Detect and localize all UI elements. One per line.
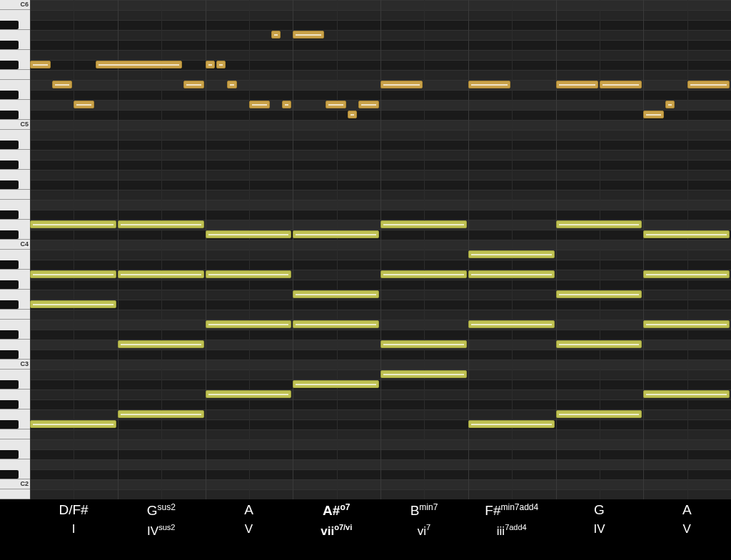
chord-name: A: [682, 502, 692, 517]
chord-name: A: [244, 502, 253, 517]
chord-note[interactable]: [118, 410, 204, 418]
chord-note[interactable]: [206, 390, 292, 398]
black-key[interactable]: [0, 21, 19, 29]
melody-note[interactable]: [206, 61, 215, 68]
black-key[interactable]: [0, 141, 19, 149]
chord-note[interactable]: [30, 420, 116, 428]
white-key[interactable]: [0, 70, 30, 80]
white-key[interactable]: [0, 120, 30, 130]
chord-note[interactable]: [468, 250, 555, 258]
chord-note[interactable]: [643, 320, 730, 328]
white-key[interactable]: [0, 0, 30, 10]
black-key[interactable]: [0, 91, 19, 99]
beat-line: [643, 0, 644, 499]
chord-note[interactable]: [206, 230, 292, 238]
melody-note[interactable]: [52, 81, 73, 88]
chord-label: A#o7viio7/vi: [293, 502, 380, 538]
melody-note[interactable]: [643, 111, 664, 118]
melody-note[interactable]: [348, 111, 357, 118]
subdivision-line: [600, 0, 600, 499]
roman-numeral: IV: [556, 522, 643, 536]
melody-note[interactable]: [468, 81, 510, 88]
chord-note[interactable]: [556, 410, 642, 418]
chord-note[interactable]: [118, 220, 204, 228]
black-key[interactable]: [0, 260, 19, 269]
chord-note[interactable]: [468, 420, 555, 428]
chord-note[interactable]: [118, 340, 204, 348]
chord-note[interactable]: [643, 270, 730, 278]
black-key[interactable]: [0, 300, 19, 309]
chord-note[interactable]: [643, 390, 730, 398]
black-key[interactable]: [0, 400, 19, 409]
black-key[interactable]: [0, 280, 19, 289]
black-key[interactable]: [0, 380, 19, 389]
melody-note[interactable]: [556, 81, 598, 88]
black-key[interactable]: [0, 420, 19, 429]
black-key[interactable]: [0, 180, 19, 189]
melody-note[interactable]: [665, 101, 675, 108]
melody-note[interactable]: [96, 61, 182, 68]
chord-note[interactable]: [30, 220, 116, 228]
melody-note[interactable]: [282, 101, 291, 108]
chord-note[interactable]: [556, 340, 642, 348]
black-key[interactable]: [0, 330, 19, 339]
chord-note[interactable]: [293, 380, 379, 388]
chord-name: A#: [323, 503, 340, 518]
melody-note[interactable]: [216, 61, 226, 68]
melody-note[interactable]: [30, 61, 51, 68]
chord-label-track: D/F#IGsus2IVsus2AVA#o7viio7/viBmin7vi7F#…: [30, 499, 731, 542]
piano-keyboard[interactable]: C6C5C4C3C2: [0, 0, 30, 499]
chord-note[interactable]: [468, 270, 555, 278]
melody-note[interactable]: [74, 101, 94, 108]
white-key[interactable]: [0, 240, 30, 250]
black-key[interactable]: [0, 450, 19, 459]
beat-line: [293, 0, 293, 499]
chord-note[interactable]: [30, 300, 116, 308]
white-key[interactable]: [0, 489, 30, 499]
black-key[interactable]: [0, 230, 19, 239]
chord-note[interactable]: [556, 290, 642, 298]
melody-note[interactable]: [600, 81, 642, 88]
subdivision-line: [249, 0, 250, 499]
chord-note[interactable]: [380, 370, 467, 378]
black-key[interactable]: [0, 41, 19, 49]
melody-note[interactable]: [227, 81, 236, 88]
melody-note[interactable]: [293, 31, 324, 39]
black-key[interactable]: [0, 470, 19, 479]
melody-note[interactable]: [380, 81, 423, 88]
chord-note[interactable]: [380, 340, 467, 348]
white-key[interactable]: [0, 360, 30, 370]
white-key[interactable]: [0, 310, 30, 320]
melody-note[interactable]: [183, 81, 204, 88]
melody-note[interactable]: [326, 101, 346, 108]
beat-line: [118, 0, 119, 499]
melody-note[interactable]: [271, 31, 281, 39]
chord-note[interactable]: [293, 230, 379, 238]
chord-note[interactable]: [380, 220, 467, 228]
chord-note[interactable]: [293, 320, 379, 328]
white-key[interactable]: [0, 190, 30, 200]
chord-note[interactable]: [293, 290, 379, 298]
beat-line: [380, 0, 381, 499]
chord-note[interactable]: [30, 270, 116, 278]
roman-numeral: IVsus2: [118, 523, 205, 539]
chord-note[interactable]: [468, 320, 555, 328]
white-key[interactable]: [0, 479, 30, 489]
chord-note[interactable]: [206, 270, 292, 278]
chord-note[interactable]: [118, 270, 204, 278]
black-key[interactable]: [0, 111, 19, 119]
chord-note[interactable]: [380, 270, 467, 278]
black-key[interactable]: [0, 350, 19, 359]
melody-note[interactable]: [687, 81, 730, 88]
black-key[interactable]: [0, 161, 19, 169]
chord-note[interactable]: [643, 230, 730, 238]
chord-note[interactable]: [206, 320, 292, 328]
black-key[interactable]: [0, 61, 19, 69]
melody-note[interactable]: [249, 101, 270, 108]
white-key[interactable]: [0, 429, 30, 439]
black-key[interactable]: [0, 210, 19, 219]
melody-note[interactable]: [358, 101, 379, 108]
roman-numeral: V: [206, 522, 293, 536]
note-grid[interactable]: [30, 0, 731, 499]
chord-note[interactable]: [556, 220, 642, 228]
